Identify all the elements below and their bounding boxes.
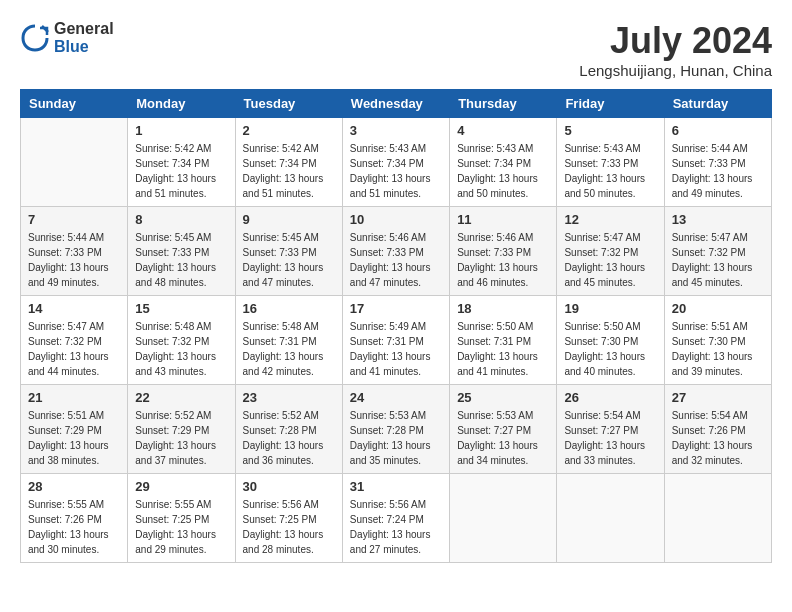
calendar-cell: 29Sunrise: 5:55 AMSunset: 7:25 PMDayligh…: [128, 474, 235, 563]
cell-text: Sunrise: 5:52 AMSunset: 7:28 PMDaylight:…: [243, 410, 324, 466]
calendar-cell: 22Sunrise: 5:52 AMSunset: 7:29 PMDayligh…: [128, 385, 235, 474]
day-number: 18: [457, 301, 549, 316]
calendar-cell: 12Sunrise: 5:47 AMSunset: 7:32 PMDayligh…: [557, 207, 664, 296]
calendar-cell: 10Sunrise: 5:46 AMSunset: 7:33 PMDayligh…: [342, 207, 449, 296]
weekday-saturday: Saturday: [664, 90, 771, 118]
day-number: 19: [564, 301, 656, 316]
day-number: 15: [135, 301, 227, 316]
day-number: 1: [135, 123, 227, 138]
day-number: 4: [457, 123, 549, 138]
calendar-cell: 7Sunrise: 5:44 AMSunset: 7:33 PMDaylight…: [21, 207, 128, 296]
calendar-cell: 1Sunrise: 5:42 AMSunset: 7:34 PMDaylight…: [128, 118, 235, 207]
cell-text: Sunrise: 5:47 AMSunset: 7:32 PMDaylight:…: [564, 232, 645, 288]
cell-text: Sunrise: 5:51 AMSunset: 7:30 PMDaylight:…: [672, 321, 753, 377]
day-number: 30: [243, 479, 335, 494]
logo-blue: Blue: [54, 38, 114, 56]
calendar-cell: [664, 474, 771, 563]
cell-text: Sunrise: 5:46 AMSunset: 7:33 PMDaylight:…: [350, 232, 431, 288]
month-year: July 2024: [579, 20, 772, 62]
day-number: 5: [564, 123, 656, 138]
cell-text: Sunrise: 5:45 AMSunset: 7:33 PMDaylight:…: [135, 232, 216, 288]
cell-text: Sunrise: 5:51 AMSunset: 7:29 PMDaylight:…: [28, 410, 109, 466]
calendar-cell: 6Sunrise: 5:44 AMSunset: 7:33 PMDaylight…: [664, 118, 771, 207]
calendar-cell: [450, 474, 557, 563]
cell-text: Sunrise: 5:49 AMSunset: 7:31 PMDaylight:…: [350, 321, 431, 377]
logo: General Blue: [20, 20, 114, 55]
week-row-5: 28Sunrise: 5:55 AMSunset: 7:26 PMDayligh…: [21, 474, 772, 563]
weekday-header-row: SundayMondayTuesdayWednesdayThursdayFrid…: [21, 90, 772, 118]
cell-text: Sunrise: 5:44 AMSunset: 7:33 PMDaylight:…: [28, 232, 109, 288]
day-number: 23: [243, 390, 335, 405]
calendar-cell: 14Sunrise: 5:47 AMSunset: 7:32 PMDayligh…: [21, 296, 128, 385]
cell-text: Sunrise: 5:54 AMSunset: 7:26 PMDaylight:…: [672, 410, 753, 466]
day-number: 12: [564, 212, 656, 227]
title-block: July 2024 Lengshuijiang, Hunan, China: [579, 20, 772, 79]
calendar-cell: 17Sunrise: 5:49 AMSunset: 7:31 PMDayligh…: [342, 296, 449, 385]
cell-text: Sunrise: 5:43 AMSunset: 7:33 PMDaylight:…: [564, 143, 645, 199]
calendar-cell: 20Sunrise: 5:51 AMSunset: 7:30 PMDayligh…: [664, 296, 771, 385]
day-number: 21: [28, 390, 120, 405]
calendar-cell: [21, 118, 128, 207]
day-number: 10: [350, 212, 442, 227]
calendar-cell: 24Sunrise: 5:53 AMSunset: 7:28 PMDayligh…: [342, 385, 449, 474]
cell-text: Sunrise: 5:45 AMSunset: 7:33 PMDaylight:…: [243, 232, 324, 288]
calendar-cell: 31Sunrise: 5:56 AMSunset: 7:24 PMDayligh…: [342, 474, 449, 563]
cell-text: Sunrise: 5:48 AMSunset: 7:32 PMDaylight:…: [135, 321, 216, 377]
weekday-wednesday: Wednesday: [342, 90, 449, 118]
day-number: 11: [457, 212, 549, 227]
cell-text: Sunrise: 5:53 AMSunset: 7:27 PMDaylight:…: [457, 410, 538, 466]
day-number: 31: [350, 479, 442, 494]
day-number: 28: [28, 479, 120, 494]
calendar-cell: 25Sunrise: 5:53 AMSunset: 7:27 PMDayligh…: [450, 385, 557, 474]
calendar-cell: 8Sunrise: 5:45 AMSunset: 7:33 PMDaylight…: [128, 207, 235, 296]
calendar-cell: 27Sunrise: 5:54 AMSunset: 7:26 PMDayligh…: [664, 385, 771, 474]
day-number: 22: [135, 390, 227, 405]
week-row-1: 1Sunrise: 5:42 AMSunset: 7:34 PMDaylight…: [21, 118, 772, 207]
week-row-3: 14Sunrise: 5:47 AMSunset: 7:32 PMDayligh…: [21, 296, 772, 385]
cell-text: Sunrise: 5:56 AMSunset: 7:25 PMDaylight:…: [243, 499, 324, 555]
cell-text: Sunrise: 5:47 AMSunset: 7:32 PMDaylight:…: [28, 321, 109, 377]
calendar-cell: [557, 474, 664, 563]
weekday-friday: Friday: [557, 90, 664, 118]
calendar-cell: 21Sunrise: 5:51 AMSunset: 7:29 PMDayligh…: [21, 385, 128, 474]
cell-text: Sunrise: 5:43 AMSunset: 7:34 PMDaylight:…: [457, 143, 538, 199]
day-number: 14: [28, 301, 120, 316]
calendar-cell: 16Sunrise: 5:48 AMSunset: 7:31 PMDayligh…: [235, 296, 342, 385]
weekday-monday: Monday: [128, 90, 235, 118]
cell-text: Sunrise: 5:48 AMSunset: 7:31 PMDaylight:…: [243, 321, 324, 377]
cell-text: Sunrise: 5:46 AMSunset: 7:33 PMDaylight:…: [457, 232, 538, 288]
day-number: 6: [672, 123, 764, 138]
week-row-4: 21Sunrise: 5:51 AMSunset: 7:29 PMDayligh…: [21, 385, 772, 474]
calendar-cell: 15Sunrise: 5:48 AMSunset: 7:32 PMDayligh…: [128, 296, 235, 385]
weekday-sunday: Sunday: [21, 90, 128, 118]
calendar-body: 1Sunrise: 5:42 AMSunset: 7:34 PMDaylight…: [21, 118, 772, 563]
calendar-cell: 26Sunrise: 5:54 AMSunset: 7:27 PMDayligh…: [557, 385, 664, 474]
day-number: 29: [135, 479, 227, 494]
day-number: 20: [672, 301, 764, 316]
day-number: 26: [564, 390, 656, 405]
cell-text: Sunrise: 5:55 AMSunset: 7:25 PMDaylight:…: [135, 499, 216, 555]
logo-general: General: [54, 20, 114, 38]
weekday-tuesday: Tuesday: [235, 90, 342, 118]
day-number: 17: [350, 301, 442, 316]
calendar-cell: 3Sunrise: 5:43 AMSunset: 7:34 PMDaylight…: [342, 118, 449, 207]
calendar-cell: 23Sunrise: 5:52 AMSunset: 7:28 PMDayligh…: [235, 385, 342, 474]
calendar-cell: 9Sunrise: 5:45 AMSunset: 7:33 PMDaylight…: [235, 207, 342, 296]
calendar-cell: 4Sunrise: 5:43 AMSunset: 7:34 PMDaylight…: [450, 118, 557, 207]
logo-text: General Blue: [54, 20, 114, 55]
cell-text: Sunrise: 5:47 AMSunset: 7:32 PMDaylight:…: [672, 232, 753, 288]
calendar-cell: 2Sunrise: 5:42 AMSunset: 7:34 PMDaylight…: [235, 118, 342, 207]
cell-text: Sunrise: 5:50 AMSunset: 7:30 PMDaylight:…: [564, 321, 645, 377]
calendar-table: SundayMondayTuesdayWednesdayThursdayFrid…: [20, 89, 772, 563]
calendar-cell: 19Sunrise: 5:50 AMSunset: 7:30 PMDayligh…: [557, 296, 664, 385]
day-number: 7: [28, 212, 120, 227]
location: Lengshuijiang, Hunan, China: [579, 62, 772, 79]
cell-text: Sunrise: 5:56 AMSunset: 7:24 PMDaylight:…: [350, 499, 431, 555]
cell-text: Sunrise: 5:53 AMSunset: 7:28 PMDaylight:…: [350, 410, 431, 466]
calendar-cell: 18Sunrise: 5:50 AMSunset: 7:31 PMDayligh…: [450, 296, 557, 385]
cell-text: Sunrise: 5:54 AMSunset: 7:27 PMDaylight:…: [564, 410, 645, 466]
calendar-cell: 5Sunrise: 5:43 AMSunset: 7:33 PMDaylight…: [557, 118, 664, 207]
weekday-thursday: Thursday: [450, 90, 557, 118]
cell-text: Sunrise: 5:43 AMSunset: 7:34 PMDaylight:…: [350, 143, 431, 199]
logo-icon: [20, 23, 50, 53]
